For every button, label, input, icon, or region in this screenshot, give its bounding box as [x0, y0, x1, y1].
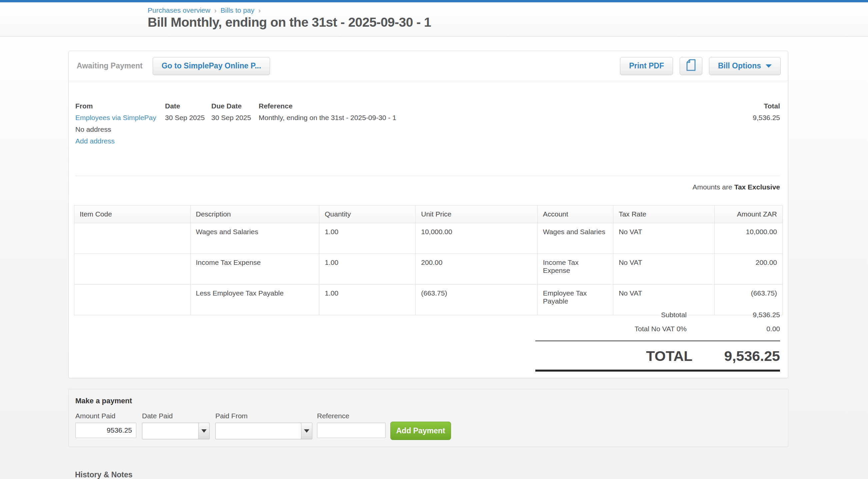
- cell-item-code: [74, 285, 191, 315]
- tax-total-label: Total No VAT 0%: [535, 325, 707, 333]
- due-date-label: Due Date: [211, 100, 251, 112]
- paid-from-value: [216, 423, 301, 439]
- print-pdf-button[interactable]: Print PDF: [620, 57, 673, 75]
- col-description: Description: [190, 206, 319, 223]
- col-tax-rate: Tax Rate: [613, 206, 715, 223]
- vendor-link[interactable]: Employees via SimplePay: [75, 114, 156, 121]
- reference-label: Reference: [259, 100, 559, 112]
- breadcrumb-purchases-overview[interactable]: Purchases overview: [148, 6, 210, 14]
- grand-total-double-rule: [535, 369, 780, 371]
- subtotal-value: 9,536.25: [707, 311, 780, 319]
- date-label: Date: [165, 100, 205, 112]
- status-badge: Awaiting Payment: [77, 61, 143, 70]
- chevron-down-icon: [766, 64, 772, 68]
- cell-quantity: 1.00: [319, 254, 416, 285]
- reference-value: Monthly, ending on the 31st - 2025-09-30…: [259, 114, 396, 121]
- page-header: Purchases overview › Bills to pay › Bill…: [0, 2, 868, 37]
- table-row: Income Tax Expense 1.00 200.00 Income Ta…: [74, 254, 783, 285]
- make-payment-heading: Make a payment: [75, 397, 132, 405]
- cell-item-code: [74, 223, 191, 254]
- col-account: Account: [537, 206, 613, 223]
- due-date-value: 30 Sep 2025: [211, 114, 251, 121]
- breadcrumb-separator: ›: [214, 6, 217, 14]
- cell-account: Income Tax Expense: [537, 254, 613, 285]
- dropdown-arrow: [301, 423, 312, 439]
- col-item-code: Item Code: [74, 206, 191, 223]
- top-accent-bar: [0, 0, 868, 2]
- history-notes-heading: History & Notes: [75, 470, 133, 479]
- date-paid-value: [142, 423, 198, 439]
- vendor-address: No address: [75, 125, 111, 133]
- simplepay-button[interactable]: Go to SimplePay Online P...: [153, 57, 270, 75]
- cell-description: Wages and Salaries: [190, 223, 319, 254]
- totals-section: Subtotal 9,536.25 Total No VAT 0% 0.00 T…: [535, 308, 780, 371]
- col-amount-zar: Amount ZAR: [715, 206, 783, 223]
- grand-total-label: TOTAL: [535, 348, 724, 364]
- paid-from-label: Paid From: [215, 412, 248, 420]
- total-label: Total: [753, 100, 780, 112]
- bill-card: Awaiting Payment Go to SimplePay Online …: [68, 51, 788, 378]
- breadcrumb: Purchases overview › Bills to pay ›: [148, 6, 263, 14]
- breadcrumb-bills-to-pay[interactable]: Bills to pay: [221, 6, 255, 14]
- cell-tax-rate: No VAT: [613, 223, 715, 254]
- bill-options-button[interactable]: Bill Options: [709, 57, 781, 75]
- table-header-row: Item Code Description Quantity Unit Pric…: [74, 206, 783, 223]
- cell-tax-rate: No VAT: [613, 254, 715, 285]
- col-quantity: Quantity: [319, 206, 416, 223]
- tax-total-value: 0.00: [707, 325, 780, 333]
- date-paid-select[interactable]: [142, 423, 210, 439]
- payment-reference-label: Reference: [317, 412, 349, 420]
- cell-amount: 10,000.00: [715, 223, 783, 254]
- paid-from-select[interactable]: [215, 423, 312, 439]
- date-paid-label: Date Paid: [142, 412, 173, 420]
- date-value: 30 Sep 2025: [165, 114, 205, 121]
- grand-total-value: 9,536.25: [724, 348, 780, 364]
- line-items-table: Item Code Description Quantity Unit Pric…: [74, 205, 783, 315]
- from-label: From: [75, 100, 164, 112]
- col-unit-price: Unit Price: [416, 206, 538, 223]
- tax-mode-value: Tax Exclusive: [734, 183, 780, 191]
- amount-paid-label: Amount Paid: [75, 412, 115, 420]
- make-payment-panel: Make a payment Amount Paid Date Paid Pai…: [68, 389, 788, 447]
- triangle-down-icon: [202, 429, 207, 432]
- cell-item-code: [74, 254, 191, 285]
- cell-description: Income Tax Expense: [190, 254, 319, 285]
- add-payment-button[interactable]: Add Payment: [390, 422, 451, 440]
- triangle-down-icon: [304, 429, 309, 432]
- subtotal-label: Subtotal: [535, 311, 707, 319]
- cell-unit-price: 10,000.00: [416, 223, 538, 254]
- dropdown-arrow: [198, 423, 209, 439]
- page-title: Bill Monthly, ending on the 31st - 2025-…: [148, 15, 431, 30]
- cell-unit-price: 200.00: [416, 254, 538, 285]
- tax-total-row: Total No VAT 0% 0.00: [535, 322, 780, 336]
- total-value: 9,536.25: [753, 114, 780, 121]
- payment-reference-input[interactable]: [317, 423, 386, 438]
- cell-account: Wages and Salaries: [537, 223, 613, 254]
- cell-unit-price: (663.75): [416, 285, 538, 315]
- bill-options-label: Bill Options: [718, 61, 761, 70]
- table-row: Wages and Salaries 1.00 10,000.00 Wages …: [74, 223, 783, 254]
- document-copy-icon: [685, 58, 697, 74]
- tax-mode-line: Amounts areTax Exclusive: [693, 183, 780, 191]
- cell-quantity: 1.00: [319, 285, 416, 315]
- copy-document-button[interactable]: [680, 57, 702, 75]
- cell-quantity: 1.00: [319, 223, 416, 254]
- add-address-link[interactable]: Add address: [75, 137, 115, 145]
- subtotal-row: Subtotal 9,536.25: [535, 308, 780, 322]
- grand-total-row: TOTAL 9,536.25: [535, 341, 780, 369]
- meta-divider: [75, 176, 780, 176]
- breadcrumb-separator: ›: [258, 6, 261, 14]
- cell-description: Less Employee Tax Payable: [190, 285, 319, 315]
- amount-paid-input[interactable]: [75, 423, 136, 438]
- bill-toolbar: Awaiting Payment Go to SimplePay Online …: [69, 51, 788, 81]
- cell-amount: 200.00: [715, 254, 783, 285]
- amounts-are-text: Amounts are: [693, 183, 732, 191]
